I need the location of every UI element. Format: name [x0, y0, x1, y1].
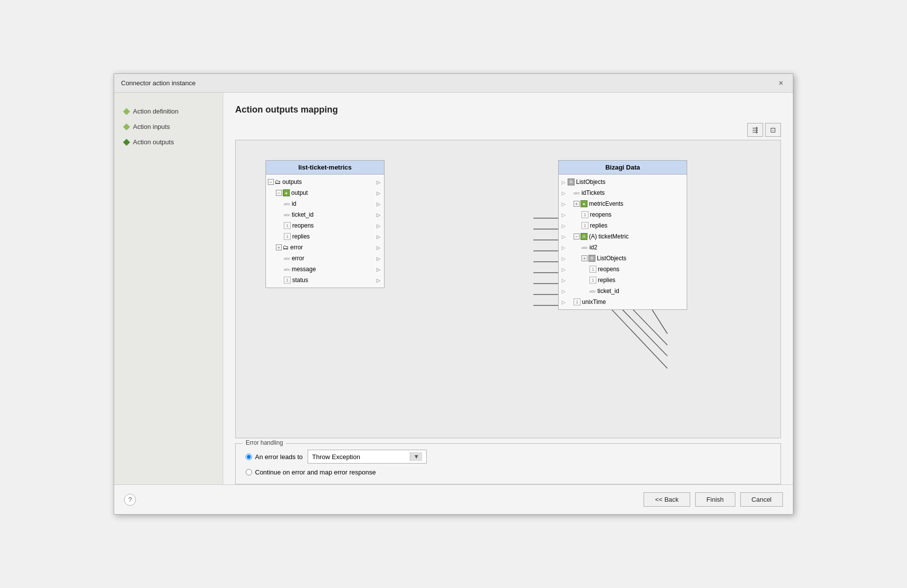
left-panel-header: list-ticket-metrics	[266, 161, 384, 175]
tree-row: ▷ abc ticket_id	[559, 286, 687, 296]
row-text: ticket_id	[597, 288, 619, 294]
tree-row: ▷ 1 replies	[559, 220, 687, 231]
row-text: replies	[292, 233, 310, 240]
tree-row: abc id ▷	[266, 198, 384, 209]
main-content: Action outputs mapping ⇶ ⊡	[223, 93, 793, 484]
connector-arrow: ▷	[375, 266, 382, 273]
incoming-arrow: ▷	[562, 278, 566, 283]
row-text: idTickets	[582, 189, 605, 196]
left-panel-body: − 🗂 outputs ▷ − ● output ▷	[266, 175, 384, 288]
type-icon: 1	[582, 222, 588, 229]
mapping-area: list-ticket-metrics − 🗂 outputs ▷	[235, 140, 781, 438]
tree-row: 1 status ▷	[266, 275, 384, 286]
radio-error-leads-to[interactable]	[246, 454, 252, 460]
tree-row: ▷ 1 replies	[559, 275, 687, 286]
tree-row: 1 reopens ▷	[266, 220, 384, 231]
finish-button[interactable]: Finish	[695, 492, 735, 507]
cancel-button[interactable]: Cancel	[740, 492, 783, 507]
right-panel-header: Bizagi Data	[559, 161, 687, 175]
row-text: reopens	[590, 211, 611, 218]
row-text: ticket_id	[292, 211, 314, 218]
footer: ? << Back Finish Cancel	[114, 484, 793, 514]
abc-icon: abc	[574, 191, 580, 195]
page-title: Action outputs mapping	[235, 105, 781, 115]
tree-row: ▷ ⊞ ListObjects	[559, 176, 687, 187]
abc-icon: abc	[284, 267, 290, 272]
row-text: outputs	[282, 178, 302, 185]
sidebar: Action definition Action inputs Action o…	[114, 93, 223, 484]
row-text: replies	[598, 277, 615, 284]
sidebar-item-action-outputs[interactable]: Action outputs	[124, 138, 213, 146]
row-text: metricEvents	[589, 200, 623, 207]
radio-continue-on-error[interactable]	[246, 469, 252, 475]
row-text: reopens	[292, 222, 314, 229]
tree-row: ▷ 1 reopens	[559, 264, 687, 275]
expand-icon: +	[276, 244, 282, 250]
connector-arrow: ▷	[375, 178, 382, 185]
table-icon: ⊞	[568, 178, 575, 185]
type-icon: 1	[284, 222, 291, 229]
sidebar-item-action-definition[interactable]: Action definition	[124, 108, 213, 115]
tree-row: 1 replies ▷	[266, 231, 384, 242]
tree-row: abc ticket_id ▷	[266, 209, 384, 220]
radio-1-text: An error leads to	[255, 453, 303, 461]
connector-arrow: ▷	[375, 211, 382, 218]
error-row-1: An error leads to Throw Exception ▼	[246, 450, 771, 464]
row-text: error	[290, 244, 303, 251]
sidebar-item-label: Action inputs	[133, 123, 170, 130]
connector-arrow: ▷	[375, 233, 382, 240]
connector-arrow: ▷	[375, 200, 382, 207]
incoming-arrow: ▷	[562, 179, 566, 185]
connector-arrow: ▷	[375, 244, 382, 251]
svg-line-14	[608, 305, 667, 368]
row-text: ListObjects	[576, 178, 605, 185]
close-button[interactable]: ×	[776, 78, 786, 88]
incoming-arrow: ▷	[562, 190, 566, 196]
row-text: (A) ticketMetric	[589, 233, 629, 240]
tree-row: − ● output ▷	[266, 187, 384, 198]
collapse-icon: −	[268, 179, 274, 185]
radio-label-2[interactable]: Continue on error and map error response	[246, 469, 376, 476]
incoming-arrow: ▷	[562, 289, 566, 294]
type-icon: 1	[284, 277, 291, 284]
row-text: id	[292, 200, 296, 207]
row-text: unixTime	[582, 298, 606, 305]
footer-right: << Back Finish Cancel	[644, 492, 783, 507]
diamond-icon	[123, 108, 130, 115]
abc-icon: abc	[284, 202, 290, 206]
abc-icon: abc	[284, 213, 290, 217]
tree-row: ▷ 1 reopens	[559, 209, 687, 220]
incoming-arrow: ▷	[562, 245, 566, 250]
row-text: output	[291, 189, 308, 196]
type-icon: 1	[284, 233, 291, 240]
dialog-title: Connector action instance	[121, 79, 195, 87]
help-button[interactable]: ?	[124, 494, 136, 506]
body: Action definition Action inputs Action o…	[114, 93, 793, 484]
title-bar: Connector action instance ×	[114, 74, 793, 93]
connector-arrow: ▷	[375, 277, 382, 284]
incoming-arrow: ▷	[562, 212, 566, 218]
dropdown-arrow-icon[interactable]: ▼	[410, 452, 422, 461]
connector-arrow: ▷	[375, 255, 382, 262]
abc-icon: abc	[582, 245, 588, 250]
layout-btn-2[interactable]: ⊡	[765, 123, 781, 137]
layout-btn-1[interactable]: ⇶	[747, 123, 763, 137]
back-button[interactable]: << Back	[644, 492, 690, 507]
incoming-arrow: ▷	[562, 234, 566, 239]
abc-icon: abc	[589, 289, 596, 294]
row-text: ListObjects	[597, 255, 626, 262]
sidebar-item-label: Action definition	[133, 108, 179, 115]
expand-icon: +	[574, 201, 580, 207]
connector-arrow: ▷	[375, 189, 382, 196]
throw-exception-dropdown[interactable]: Throw Exception ▼	[308, 450, 427, 464]
type-icon: 1	[589, 277, 596, 284]
dialog: Connector action instance × Action defin…	[114, 73, 793, 515]
row-text: status	[292, 277, 308, 284]
tree-row: ▷ 1 unixTime	[559, 296, 687, 307]
connector-arrow: ▷	[375, 222, 382, 229]
error-handling-legend: Error handling	[243, 439, 286, 446]
radio-label-1[interactable]: An error leads to	[246, 453, 303, 461]
sidebar-item-action-inputs[interactable]: Action inputs	[124, 123, 213, 130]
tree-row: abc message ▷	[266, 264, 384, 275]
collapse-icon: −	[574, 234, 580, 239]
